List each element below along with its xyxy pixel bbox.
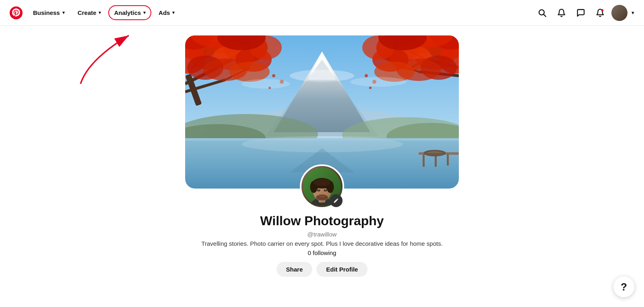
svg-point-89 [321, 192, 323, 195]
bell-icon [557, 8, 566, 17]
profile-info: Willow Photography @trawillow Travelling… [201, 214, 443, 256]
svg-rect-17 [185, 138, 459, 141]
svg-point-42 [229, 62, 270, 82]
profile-name: Willow Photography [260, 214, 384, 228]
svg-point-84 [316, 194, 328, 200]
nav-item-analytics[interactable]: Analytics ▾ [108, 5, 151, 20]
alert-bell-icon [596, 8, 605, 17]
svg-point-65 [272, 74, 275, 77]
nav-right: ▾ [534, 5, 634, 21]
notifications-button[interactable] [553, 5, 570, 21]
pencil-icon [333, 198, 339, 203]
chevron-down-icon: ▾ [143, 10, 146, 15]
svg-rect-22 [447, 154, 449, 166]
svg-point-72 [242, 79, 290, 89]
help-button[interactable]: ? [613, 276, 634, 297]
svg-point-87 [318, 189, 320, 191]
chevron-down-icon: ▾ [99, 10, 101, 15]
search-button[interactable] [534, 5, 550, 21]
svg-point-71 [290, 70, 354, 82]
svg-rect-20 [423, 155, 425, 167]
navbar: Business ▾ Create ▾ Analytics ▾ Ads ▾ [0, 0, 644, 26]
svg-point-73 [350, 77, 407, 87]
svg-point-88 [324, 189, 326, 191]
nav-item-ads[interactable]: Ads ▾ [153, 5, 180, 20]
profile-following: 0 following [308, 249, 336, 256]
user-avatar [611, 5, 627, 21]
chevron-down-icon: ▾ [172, 10, 175, 15]
svg-point-3 [601, 9, 604, 11]
user-avatar-button[interactable] [611, 5, 627, 21]
alerts-button[interactable] [592, 5, 608, 21]
profile-avatar-wrapper [300, 164, 344, 209]
main-content: Willow Photography @trawillow Travelling… [0, 26, 644, 277]
edit-avatar-button[interactable] [330, 194, 343, 207]
svg-point-70 [369, 87, 372, 89]
svg-line-2 [544, 14, 546, 16]
profile-handle: @trawillow [308, 231, 337, 238]
profile-bio: Travelling stories. Photo carrier on eve… [201, 240, 443, 247]
edit-profile-button[interactable]: Edit Profile [316, 262, 367, 277]
nav-left: Business ▾ Create ▾ Analytics ▾ Ads ▾ [10, 5, 180, 20]
pinterest-logo-icon[interactable] [10, 6, 23, 19]
svg-rect-21 [435, 155, 437, 167]
chevron-down-icon: ▾ [62, 10, 65, 15]
share-button[interactable]: Share [277, 262, 313, 277]
svg-point-83 [314, 179, 330, 187]
profile-actions: Share Edit Profile [277, 262, 368, 277]
search-icon [538, 8, 547, 17]
messages-button[interactable] [573, 5, 589, 21]
account-chevron-icon[interactable]: ▾ [632, 10, 634, 16]
message-icon [576, 8, 585, 17]
svg-point-68 [365, 74, 368, 77]
nav-item-create[interactable]: Create ▾ [72, 5, 107, 20]
nav-item-business[interactable]: Business ▾ [27, 5, 70, 20]
